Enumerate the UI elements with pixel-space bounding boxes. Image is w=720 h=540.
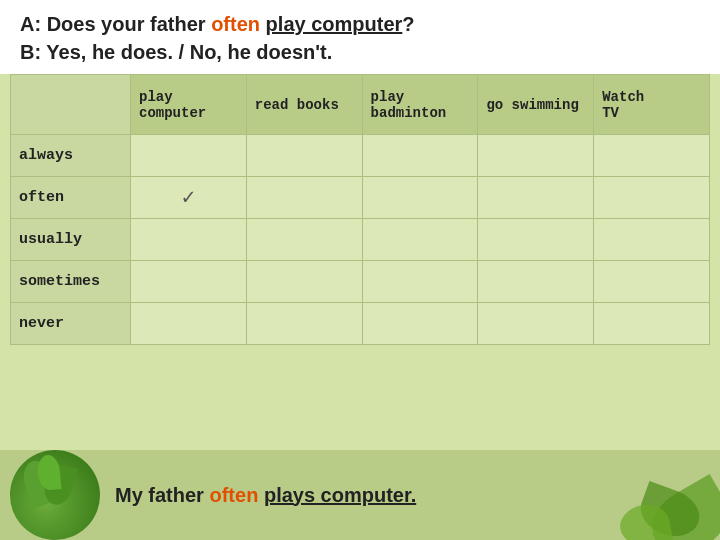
question-line-1: A: Does your father often play computer? bbox=[20, 10, 700, 38]
table-row: always bbox=[11, 135, 710, 177]
table-row: sometimes bbox=[11, 261, 710, 303]
right-decoration bbox=[560, 450, 720, 540]
question-section: A: Does your father often play computer?… bbox=[0, 0, 720, 74]
often-highlight-2: often bbox=[209, 484, 258, 506]
cell-never-read-books bbox=[246, 303, 362, 345]
col-header-watch-tv: WatchTV bbox=[594, 75, 710, 135]
cell-always-play-computer bbox=[131, 135, 247, 177]
cell-usually-go-swimming bbox=[478, 219, 594, 261]
cell-sometimes-play-computer bbox=[131, 261, 247, 303]
col-header-read-books: read books bbox=[246, 75, 362, 135]
cell-always-watch-tv bbox=[594, 135, 710, 177]
cell-often-watch-tv bbox=[594, 177, 710, 219]
bottom-section: My father often plays computer. bbox=[0, 450, 720, 540]
play-computer-underline: play computer bbox=[266, 13, 403, 35]
row-label-sometimes: sometimes bbox=[11, 261, 131, 303]
cell-always-read-books bbox=[246, 135, 362, 177]
table-header-row: playcomputer read books playbadminton go… bbox=[11, 75, 710, 135]
cell-always-play-badminton bbox=[362, 135, 478, 177]
cell-never-watch-tv bbox=[594, 303, 710, 345]
cell-never-go-swimming bbox=[478, 303, 594, 345]
plays-computer-underline: plays computer. bbox=[264, 484, 416, 506]
table-row: never bbox=[11, 303, 710, 345]
cell-usually-play-badminton bbox=[362, 219, 478, 261]
cell-often-read-books bbox=[246, 177, 362, 219]
bottom-sentence: My father often plays computer. bbox=[115, 484, 416, 507]
often-highlight-1: often bbox=[211, 13, 260, 35]
main-container: A: Does your father often play computer?… bbox=[0, 0, 720, 540]
cell-always-go-swimming bbox=[478, 135, 594, 177]
col-header-play-badminton: playbadminton bbox=[362, 75, 478, 135]
cell-sometimes-watch-tv bbox=[594, 261, 710, 303]
row-label-usually: usually bbox=[11, 219, 131, 261]
cell-often-play-computer: ✓ bbox=[131, 177, 247, 219]
activity-table: playcomputer read books playbadminton go… bbox=[10, 74, 710, 345]
cell-never-play-badminton bbox=[362, 303, 478, 345]
cell-sometimes-go-swimming bbox=[478, 261, 594, 303]
table-row: usually bbox=[11, 219, 710, 261]
cell-often-play-badminton bbox=[362, 177, 478, 219]
cell-sometimes-play-badminton bbox=[362, 261, 478, 303]
col-header-play-computer: playcomputer bbox=[131, 75, 247, 135]
cell-sometimes-read-books bbox=[246, 261, 362, 303]
col-header-blank bbox=[11, 75, 131, 135]
question-line-2: B: Yes, he does. / No, he doesn't. bbox=[20, 38, 700, 66]
row-label-always: always bbox=[11, 135, 131, 177]
cell-never-play-computer bbox=[131, 303, 247, 345]
row-label-never: never bbox=[11, 303, 131, 345]
cell-often-go-swimming bbox=[478, 177, 594, 219]
row-label-often: often bbox=[11, 177, 131, 219]
col-header-go-swimming: go swimming bbox=[478, 75, 594, 135]
plant-decoration bbox=[10, 450, 100, 540]
cell-usually-read-books bbox=[246, 219, 362, 261]
table-row: often ✓ bbox=[11, 177, 710, 219]
table-wrapper: playcomputer read books playbadminton go… bbox=[0, 74, 720, 345]
cell-usually-play-computer bbox=[131, 219, 247, 261]
cell-usually-watch-tv bbox=[594, 219, 710, 261]
checkmark-icon: ✓ bbox=[139, 184, 238, 211]
